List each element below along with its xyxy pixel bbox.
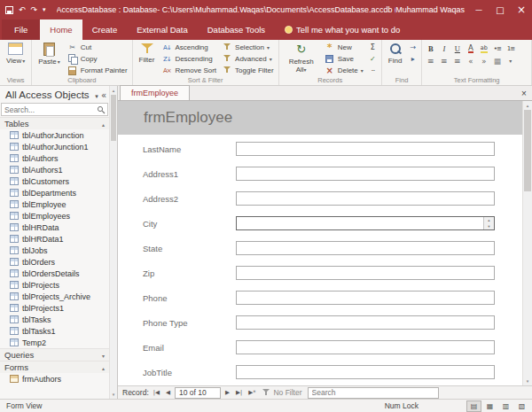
spinner-down-icon[interactable] <box>484 223 494 229</box>
advanced-button[interactable]: Advanced <box>219 53 277 65</box>
field-input-phone-type[interactable] <box>236 315 495 330</box>
totals-button[interactable] <box>366 42 379 53</box>
qat-dropdown-icon[interactable] <box>43 4 46 15</box>
font-color-button[interactable] <box>464 43 477 54</box>
nav-item-tblemployee[interactable]: tblEmployee <box>0 198 109 210</box>
align-left-button[interactable] <box>424 55 437 66</box>
bullets-button[interactable] <box>490 43 504 54</box>
nav-item-tblhrdata1[interactable]: tblHRData1 <box>0 233 109 245</box>
previous-record-button[interactable] <box>164 387 172 399</box>
record-search-input[interactable] <box>308 387 439 399</box>
nav-section-queries[interactable]: Queries <box>0 348 109 361</box>
italic-button[interactable] <box>437 43 450 54</box>
nav-item-tblhrdata[interactable]: tblHRData <box>0 222 109 233</box>
maximize-button[interactable] <box>489 0 511 19</box>
spelling-button[interactable] <box>366 53 379 65</box>
remove-sort-button[interactable]: Remove Sort <box>159 65 219 76</box>
numbering-button[interactable] <box>504 43 517 54</box>
field-input-city[interactable] <box>236 216 495 230</box>
close-document-icon[interactable] <box>516 89 532 98</box>
first-record-button[interactable] <box>152 387 161 399</box>
ribbon-tab-database-tools[interactable]: Database Tools <box>198 19 275 40</box>
undo-icon[interactable] <box>19 4 26 15</box>
nav-item-temp2[interactable]: Temp2 <box>0 337 109 348</box>
nav-item-tblprojects_archive[interactable]: tblProjects_Archive <box>0 291 109 302</box>
nav-item-tblordersdetails[interactable]: tblOrdersDetails <box>0 268 109 279</box>
select-button[interactable] <box>406 53 419 65</box>
align-center-button[interactable] <box>437 55 450 66</box>
field-input-address2[interactable] <box>236 191 495 206</box>
nav-item-tblauthors1[interactable]: tblAuthors1 <box>0 164 109 175</box>
nav-scrollbar[interactable] <box>109 86 117 399</box>
scroll-down-icon[interactable] <box>110 390 117 399</box>
save-button[interactable] <box>5 4 13 15</box>
field-scrollbar[interactable] <box>483 217 494 229</box>
field-input-lastname[interactable] <box>236 142 495 156</box>
nav-item-tbltasks[interactable]: tblTasks <box>0 314 109 325</box>
new-record-ribbon-button[interactable]: New <box>322 42 366 53</box>
new-record-button[interactable] <box>246 387 257 399</box>
copy-button[interactable]: Copy <box>65 53 130 65</box>
view-button[interactable]: View <box>2 41 29 76</box>
nav-search-input[interactable] <box>2 105 97 114</box>
filter-button[interactable]: Filter <box>135 41 160 76</box>
increase-indent-button[interactable] <box>477 55 490 66</box>
ribbon-tab-external-data[interactable]: External Data <box>127 19 198 40</box>
underline-button[interactable] <box>450 43 464 54</box>
find-button[interactable]: Find <box>384 41 407 76</box>
nav-item-tblorders[interactable]: tblOrders <box>0 256 109 268</box>
chevron-down-icon[interactable] <box>504 55 517 66</box>
nav-section-forms[interactable]: Forms <box>0 361 109 373</box>
align-right-button[interactable] <box>450 55 464 66</box>
scroll-up-icon[interactable] <box>523 101 532 110</box>
nav-item-tblprojects[interactable]: tblProjects <box>0 279 109 291</box>
save-record-button[interactable]: Save <box>322 53 366 65</box>
user-name[interactable]: Muhammad Waqas <box>395 5 468 14</box>
ribbon-tab-home[interactable]: Home <box>40 19 82 40</box>
form-scrollbar[interactable] <box>522 101 532 385</box>
scroll-up-icon[interactable] <box>110 86 117 95</box>
scrollbar-thumb[interactable] <box>524 110 531 191</box>
ribbon-tab-file[interactable]: File <box>2 19 40 40</box>
nav-item-tblauthorjunction[interactable]: tblAuthorJunction <box>0 129 109 141</box>
field-input-state[interactable] <box>236 241 495 255</box>
goto-button[interactable] <box>406 42 419 53</box>
field-input-phone[interactable] <box>236 291 495 305</box>
highlight-button[interactable] <box>477 43 490 54</box>
redo-icon[interactable] <box>31 4 38 15</box>
format-painter-button[interactable]: Format Painter <box>65 65 130 76</box>
field-input-email[interactable] <box>236 340 495 354</box>
bold-button[interactable] <box>424 43 437 54</box>
nav-item-tblcustomers[interactable]: tblCustomers <box>0 175 109 187</box>
nav-search-box[interactable] <box>1 103 108 116</box>
next-record-button[interactable] <box>223 387 231 399</box>
design-view-button[interactable] <box>514 400 529 412</box>
delete-record-button[interactable]: Delete <box>322 65 366 76</box>
selection-button[interactable]: Selection <box>219 42 277 53</box>
ribbon-tab-create[interactable]: Create <box>82 19 128 40</box>
nav-item-tblprojects1[interactable]: tblProjects1 <box>0 302 109 314</box>
spinner-up-icon[interactable] <box>484 217 494 223</box>
refresh-all-button[interactable]: Refresh All <box>281 41 322 76</box>
nav-item-tblauthorjunction1[interactable]: tblAuthorJunction1 <box>0 141 109 152</box>
nav-item-tbljobs[interactable]: tblJobs <box>0 245 109 256</box>
more-records-button[interactable] <box>366 65 379 76</box>
ascending-button[interactable]: Ascending <box>159 42 219 53</box>
field-input-zip[interactable] <box>236 266 495 280</box>
close-button[interactable] <box>511 0 532 19</box>
last-record-button[interactable] <box>234 387 244 399</box>
nav-item-tblemployees[interactable]: tblEmployees <box>0 210 109 222</box>
toggle-filter-button[interactable]: Toggle Filter <box>219 65 277 76</box>
nav-section-tables[interactable]: Tables <box>0 117 109 129</box>
filter-status[interactable]: No Filter <box>262 388 301 397</box>
field-input-address1[interactable] <box>236 167 495 181</box>
descending-button[interactable]: Descending <box>159 53 219 65</box>
nav-item-tbltasks1[interactable]: tblTasks1 <box>0 325 109 337</box>
field-input-jobtitle[interactable] <box>236 365 495 379</box>
scrollbar-thumb[interactable] <box>111 95 116 141</box>
nav-item-tblauthors[interactable]: tblAuthors <box>0 152 109 164</box>
document-tab-frmemployee[interactable]: frmEmployee <box>120 85 190 100</box>
record-position[interactable]: 10 of 10 <box>175 387 221 399</box>
layout-view-button[interactable] <box>498 400 513 412</box>
minimize-button[interactable] <box>468 0 489 19</box>
